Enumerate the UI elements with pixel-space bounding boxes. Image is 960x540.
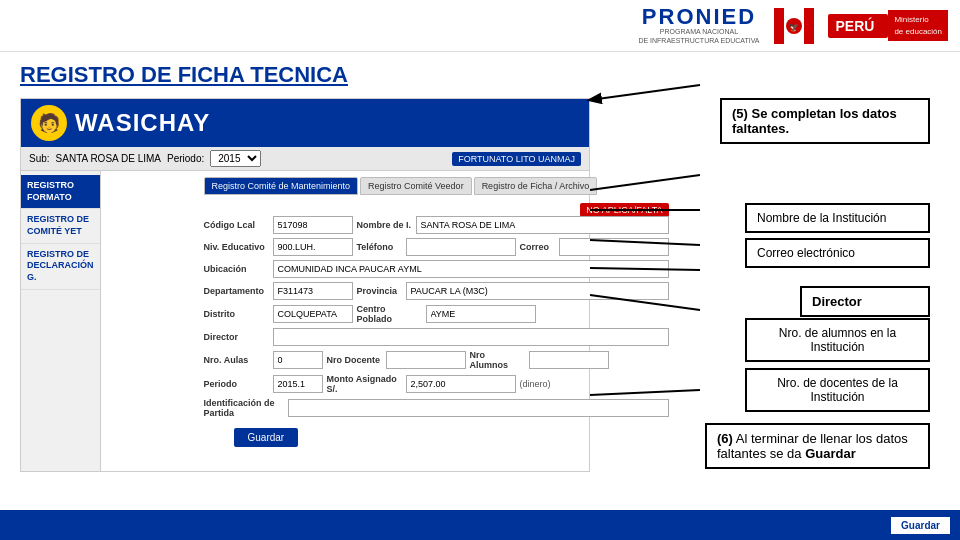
periodo-select[interactable]: 2015 2014 [210,150,261,167]
label-partida: Identificación de Partida [204,398,284,418]
callout-nro-alumnos: Nro. de alumnos en la Institución [745,318,930,362]
wasichay-panel: 🧑 WASICHAY Sub: SANTA ROSA DE LIMA Perio… [20,98,590,472]
label-periodo: Periodo [204,379,269,389]
form-row-director: Director [204,328,669,346]
input-monto[interactable] [406,375,516,393]
sub-value: SANTA ROSA DE LIMA [56,153,161,164]
label-prov: Provincia [357,286,402,296]
step5-prefix: (5) [732,106,748,121]
nro-alumnos-line2: Institución [810,340,864,354]
director-label: Director [812,294,862,309]
form-row-nivel: Niv. Educativo Teléfono Correo [204,238,669,256]
callout-director: Director [800,286,930,317]
peru-text: PERÚ [836,18,875,34]
pronied-name: PRONIED [642,6,756,28]
label-depto: Departamento [204,286,269,296]
label-director: Director [204,332,269,342]
main-content: 🧑 WASICHAY Sub: SANTA ROSA DE LIMA Perio… [0,98,960,472]
sub-label: Sub: [29,153,50,164]
svg-text:🦅: 🦅 [789,22,799,32]
callout-step6: (6) Al terminar de llenar los datos falt… [705,423,930,469]
step6-prefix: (6) [717,431,733,446]
sidebar-item-comite[interactable]: REGISTRO DE COMITÉ YET [21,209,100,243]
bottom-bar: Guardar [0,510,960,540]
nro-alumnos-line1: Nro. de alumnos en la [779,326,896,340]
label-aulas: Nro. Aulas [204,355,269,365]
form-row-periodo: Periodo Monto Asignado S/. (dinero) [204,374,669,394]
nro-docentes-line1: Nro. de docentes de la [777,376,898,390]
page-title-area: REGISTRO DE FICHA TECNICA [0,52,960,94]
input-aulas[interactable] [273,351,323,369]
wasichay-header: 🧑 WASICHAY [21,99,589,147]
form-area: Registro Comité de Mantenimiento Registr… [196,171,677,471]
label-monto: Monto Asignado S/. [327,374,402,394]
sidebar-item-declaracion[interactable]: REGISTRO DE DECLARACIÓN G. [21,244,100,290]
tab-bar: Registro Comité de Mantenimiento Registr… [204,177,669,195]
step6-bold: Guardar [805,446,856,461]
step5-text: Se completan los datos faltantes. [732,106,897,136]
label-docente: Nro Docente [327,355,382,365]
callout-correo: Correo electrónico [745,238,930,268]
form-row-depto: Departamento Provincia [204,282,669,300]
input-depto[interactable] [273,282,353,300]
ministerio-box: Ministerio de educación [888,10,948,40]
annotations-area: (5) Se completan los datos faltantes. No… [610,98,940,472]
input-codigo[interactable] [273,216,353,234]
label-nombre: Nombre de I. [357,220,412,230]
input-docente[interactable] [386,351,466,369]
nro-docentes-line2: Institución [810,390,864,404]
callout-nombre: Nombre de la Institución [745,203,930,233]
callout-step5: (5) Se completan los datos faltantes. [720,98,930,144]
tab-comite-mantenimiento[interactable]: Registro Comité de Mantenimiento [204,177,359,195]
form-row-aulas: Nro. Aulas Nro Docente Nro Alumnos [204,350,669,370]
sidebar-item-formato[interactable]: REGISTRO FORMATO [21,175,100,209]
label-centro: Centro Poblado [357,304,422,324]
label-ubicacion: Ubicación [204,264,269,274]
input-telefono[interactable] [406,238,516,256]
callout-nro-docentes: Nro. de docentes de la Institución [745,368,930,412]
tab-ficha-archivo[interactable]: Registro de Ficha / Archivo [474,177,598,195]
correo-label: Correo electrónico [757,246,855,260]
input-alumnos[interactable] [529,351,609,369]
periodo-label: Periodo: [167,153,204,164]
nombre-inst-label: Nombre de la Institución [757,211,886,225]
peru-badge: PERÚ [828,14,889,38]
input-distrito[interactable] [273,305,353,323]
top-header: PRONIED PROGRAMA NACIONAL DE INFRAESTRUC… [0,0,960,52]
label-correo: Correo [520,242,555,252]
form-row-codigo: Código Lcal Nombre de I. [204,216,669,234]
wasichay-logo-text: WASICHAY [75,109,210,137]
pronied-subtitle: PROGRAMA NACIONAL DE INFRAESTRUCTURA EDU… [638,28,759,45]
input-periodo[interactable] [273,375,323,393]
guardar-button[interactable]: Guardar [234,428,299,447]
label-telefono: Teléfono [357,242,402,252]
sidebar-nav: REGISTRO FORMATO REGISTRO DE COMITÉ YET … [21,171,101,471]
user-badge: FORTUNATO LITO UANMAJ [452,152,581,166]
input-nivel[interactable] [273,238,353,256]
form-row-partida: Identificación de Partida [204,398,669,418]
page-title: REGISTRO DE FICHA TECNICA [20,62,348,87]
label-nivel: Niv. Educativo [204,242,269,252]
label-distrito: Distrito [204,309,269,319]
input-centro[interactable] [426,305,536,323]
label-codigo: Código Lcal [204,220,269,230]
bottom-guardar-button[interactable]: Guardar [891,517,950,534]
pronied-logo: PRONIED PROGRAMA NACIONAL DE INFRAESTRUC… [638,6,759,45]
form-row-ubicacion: Ubicación [204,260,669,278]
dinero-label: (dinero) [520,379,551,389]
tab-comite-veedor[interactable]: Registro Comité Veedor [360,177,472,195]
label-alumnos: Nro Alumnos [470,350,525,370]
wasichay-top-bar: Sub: SANTA ROSA DE LIMA Periodo: 2015 20… [21,147,589,171]
wasichay-icon: 🧑 [31,105,67,141]
form-row-distrito: Distrito Centro Poblado [204,304,669,324]
